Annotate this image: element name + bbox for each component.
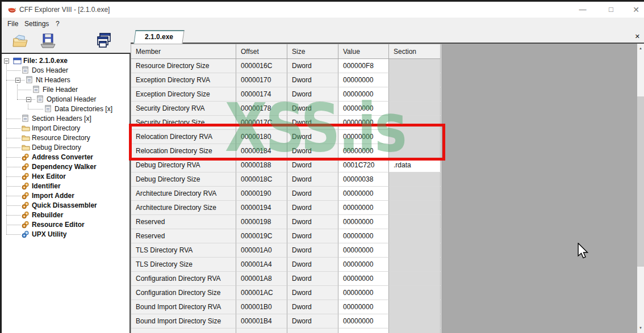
cell-value[interactable]: 00000000: [338, 73, 389, 87]
cell-offset[interactable]: 000001A4: [236, 258, 287, 272]
tab-close-icon[interactable]: ✕: [635, 33, 640, 40]
table-row[interactable]: Debug Directory Size0000018CDword0000003…: [131, 172, 441, 187]
tree-collapse-icon[interactable]: [15, 78, 20, 83]
cell-size[interactable]: Dword: [287, 258, 338, 272]
tree-item-optional-header[interactable]: Optional Header: [2, 95, 129, 104]
table-row[interactable]: Reserved0000019CDword00000000: [131, 229, 441, 243]
cell-member[interactable]: TLS Directory RVA: [131, 243, 236, 258]
save-file-button[interactable]: [38, 31, 57, 50]
cell-value[interactable]: 000000F8: [338, 59, 389, 73]
table-row[interactable]: Bound Import Directory RVA000001B0Dword0…: [131, 300, 441, 314]
cell-member[interactable]: Resource Directory Size: [131, 59, 236, 73]
tree-collapse-icon[interactable]: [26, 97, 31, 102]
cell-value[interactable]: 00000000: [338, 215, 389, 229]
cell-section[interactable]: [389, 59, 441, 73]
cell-offset[interactable]: 0000018C: [236, 172, 287, 187]
cell-member[interactable]: Debug Directory Size: [131, 172, 236, 187]
cell-section[interactable]: [389, 229, 441, 243]
tree-item-address-converter[interactable]: Address Converter: [2, 153, 129, 162]
cell-size[interactable]: Dword: [287, 172, 338, 187]
cell-offset[interactable]: 00000194: [236, 201, 287, 215]
tree-item-dependency-walker[interactable]: Dependency Walker: [2, 162, 129, 172]
tree-item-import-adder[interactable]: Import Adder: [2, 191, 129, 201]
tree-item-nt-headers[interactable]: Nt Headers: [2, 75, 129, 85]
cell-size[interactable]: Dword: [287, 215, 338, 229]
menu-settings[interactable]: Settings: [22, 19, 51, 28]
cell-section[interactable]: [389, 314, 441, 328]
tree-collapse-icon[interactable]: [4, 58, 9, 64]
table-row[interactable]: Architecture Directory Size00000194Dword…: [131, 201, 441, 215]
table-row[interactable]: Exception Directory RVA00000170Dword0000…: [131, 73, 441, 87]
cell-member[interactable]: Configuration Directory Size: [131, 286, 236, 300]
tree-item-resource-directory[interactable]: Resource Directory: [2, 133, 129, 143]
cell-size[interactable]: Dword: [287, 73, 338, 87]
cell-value[interactable]: 00000000: [338, 229, 389, 243]
cell-offset[interactable]: 00000170: [236, 73, 287, 87]
tree-item-hex-editor[interactable]: Hex Editor: [2, 172, 129, 182]
tree-item-file-header[interactable]: File Header: [2, 85, 129, 95]
scrollbar-thumb[interactable]: [637, 96, 644, 267]
scroll-up-icon[interactable]: ▲: [637, 44, 644, 53]
cell-offset[interactable]: 000001A0: [236, 243, 287, 258]
cell-member[interactable]: Reserved: [131, 215, 236, 229]
tree-item-identifier[interactable]: Identifier: [2, 182, 129, 191]
table-row[interactable]: Bound Import Directory Size000001B4Dword…: [131, 314, 441, 328]
cell-member[interactable]: Configuration Directory RVA: [131, 272, 236, 286]
cell-section[interactable]: [389, 215, 441, 229]
cell-section[interactable]: [389, 258, 441, 272]
cell-size[interactable]: Dword: [287, 314, 338, 328]
cell-value[interactable]: 00000000: [338, 243, 389, 258]
cell-value[interactable]: 00000000: [338, 272, 389, 286]
tree-item-debug-directory[interactable]: Debug Directory: [2, 143, 129, 153]
table-row[interactable]: Reserved00000198Dword00000000: [131, 215, 441, 229]
cell-member[interactable]: Bound Import Directory RVA: [131, 300, 236, 314]
tree-item-data-directories-x[interactable]: Data Directories [x]: [2, 104, 129, 114]
cell-offset[interactable]: 0000016C: [236, 59, 287, 73]
cell-size[interactable]: Dword: [287, 187, 338, 201]
vertical-scrollbar[interactable]: ▲ ▼: [637, 44, 644, 333]
cell-member[interactable]: Reserved: [131, 229, 236, 243]
cascade-windows-button[interactable]: [94, 31, 114, 50]
table-row[interactable]: Configuration Directory Size000001ACDwor…: [131, 286, 441, 300]
table-row[interactable]: TLS Directory RVA000001A0Dword00000000: [131, 243, 441, 258]
cell-size[interactable]: Dword: [287, 201, 338, 215]
tree-item-rebuilder[interactable]: Rebuilder: [2, 210, 129, 220]
cell-value[interactable]: 00000000: [338, 258, 389, 272]
tab-file[interactable]: 2.1.0.exe: [133, 30, 184, 44]
cell-size[interactable]: Dword: [287, 59, 338, 73]
cell-offset[interactable]: 000001A8: [236, 272, 287, 286]
cell-offset[interactable]: 000001B0: [236, 300, 287, 314]
cell-member[interactable]: Exception Directory Size: [131, 87, 236, 102]
table-row[interactable]: Configuration Directory RVA000001A8Dword…: [131, 272, 441, 286]
cell-section[interactable]: [389, 286, 441, 300]
minimize-button[interactable]: —: [571, 2, 594, 18]
menu-file[interactable]: File: [5, 19, 20, 28]
cell-member[interactable]: TLS Directory Size: [131, 258, 236, 272]
cell-offset[interactable]: 00000190: [236, 187, 287, 201]
cell-section[interactable]: [389, 243, 441, 258]
cell-section[interactable]: [389, 201, 441, 215]
maximize-button[interactable]: □: [600, 2, 622, 18]
cell-section[interactable]: [389, 172, 441, 187]
cell-member[interactable]: Architecture Directory RVA: [131, 187, 236, 201]
table-row[interactable]: Architecture Directory RVA00000190Dword0…: [131, 187, 441, 201]
cell-member[interactable]: Architecture Directory Size: [131, 201, 236, 215]
cell-size[interactable]: Dword: [287, 286, 338, 300]
cell-section[interactable]: [389, 272, 441, 286]
cell-offset[interactable]: 000001AC: [236, 286, 287, 300]
close-button[interactable]: ✕: [625, 2, 644, 18]
cell-value[interactable]: 00000000: [338, 314, 389, 328]
scroll-down-icon[interactable]: ▼: [637, 323, 644, 333]
cell-value[interactable]: 00000038: [338, 172, 389, 187]
tree-item-upx-utility[interactable]: UPX Utility: [2, 230, 129, 239]
cell-member[interactable]: Bound Import Directory Size: [131, 314, 236, 328]
tree-item-resource-editor[interactable]: Resource Editor: [2, 220, 129, 230]
tree-item-quick-disassembler[interactable]: Quick Disassembler: [2, 201, 129, 210]
cell-value[interactable]: 00000000: [338, 286, 389, 300]
open-file-button[interactable]: [11, 31, 30, 50]
cell-value[interactable]: 00000000: [338, 201, 389, 215]
cell-member[interactable]: Security Directory RVA: [131, 102, 236, 116]
cell-section[interactable]: [389, 300, 441, 314]
table-row[interactable]: Resource Directory Size0000016CDword0000…: [131, 59, 441, 73]
menu-help[interactable]: ?: [53, 19, 62, 28]
